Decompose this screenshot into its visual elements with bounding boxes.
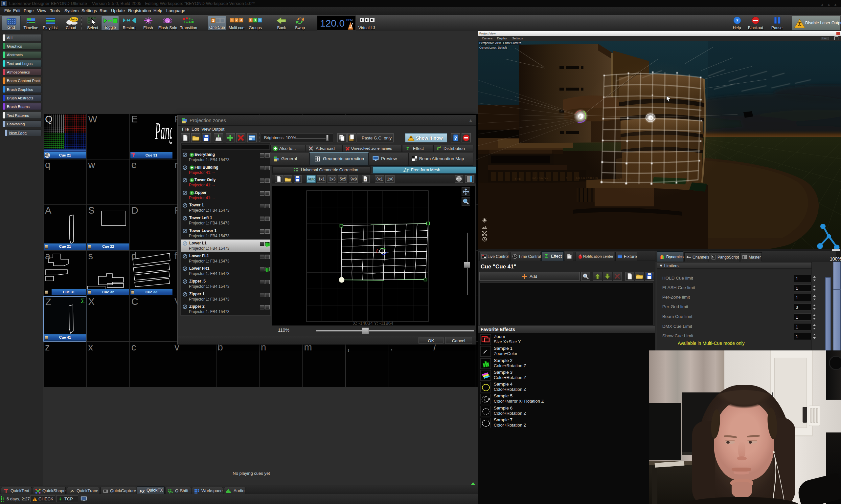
- svg-text:!: !: [34, 498, 35, 501]
- svg-text:#: #: [364, 178, 366, 181]
- svg-text:8: 8: [579, 115, 581, 119]
- svg-text:SOLOMON: SOLOMON: [532, 177, 549, 179]
- svg-text:S: S: [166, 18, 169, 23]
- svg-text:1: 1: [254, 18, 256, 22]
- svg-text:10: 10: [648, 116, 652, 120]
- svg-text:1: 1: [259, 18, 261, 22]
- svg-text:?: ?: [736, 18, 738, 23]
- svg-text:1: 1: [212, 18, 214, 22]
- svg-text:2: 2: [236, 18, 238, 22]
- svg-text:?: ?: [454, 135, 457, 141]
- svg-text:1: 1: [250, 18, 252, 22]
- svg-text:1: 1: [231, 18, 233, 22]
- svg-text:X: -14034 Y: -11964: X: -14034 Y: -11964: [353, 321, 393, 326]
- svg-text:R: R: [566, 177, 568, 179]
- svg-text:THE: THE: [515, 178, 522, 180]
- svg-text:3: 3: [240, 18, 242, 22]
- svg-text:GUGGENHEIM: GUGGENHEIM: [576, 177, 599, 179]
- svg-text:beta: beta: [71, 18, 78, 21]
- svg-text:Current Layer: Default: Current Layer: Default: [479, 46, 507, 49]
- svg-text:Perspective View - Editor Came: Perspective View - Editor Camera: [479, 41, 521, 44]
